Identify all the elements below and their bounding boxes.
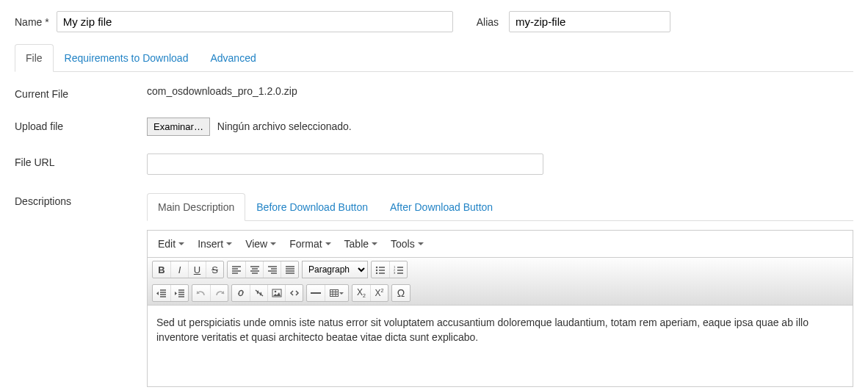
no-file-selected: Ningún archivo seleccionado. [217,120,352,132]
file-url-label: File URL [15,154,147,168]
menu-tools[interactable]: Tools [385,234,430,254]
editor-content-area[interactable]: Sed ut perspiciatis unde omnis iste natu… [148,306,853,386]
outdent-button[interactable] [153,285,170,301]
paragraph-format-select[interactable]: Paragraph [302,261,368,278]
image-button[interactable] [267,285,285,301]
bullet-list-button[interactable] [372,261,389,278]
desc-tab-main[interactable]: Main Description [147,193,245,221]
tab-advanced[interactable]: Advanced [199,44,267,72]
italic-button[interactable]: I [170,261,188,278]
chevron-down-icon [339,292,344,295]
strikethrough-button[interactable]: S [206,261,223,278]
menu-view[interactable]: View [239,234,282,254]
desc-tab-before[interactable]: Before Download Button [245,193,379,221]
chevron-down-icon [178,242,184,245]
link-button[interactable] [232,285,250,301]
desc-tab-after[interactable]: After Download Button [379,193,504,221]
superscript-button[interactable]: X2 [370,285,388,301]
align-right-icon [267,265,278,274]
bold-button[interactable]: B [153,261,170,278]
current-file-label: Current File [15,85,147,100]
upload-file-label: Upload file [15,118,147,132]
name-label: Name * [15,16,49,28]
alias-input[interactable] [509,11,670,32]
underline-icon: U [194,264,200,275]
bullet-list-icon [375,265,386,274]
menu-format-label: Format [289,238,322,250]
italic-icon: I [178,264,181,275]
menu-format[interactable]: Format [283,234,336,254]
strikethrough-icon: S [211,264,218,275]
align-left-icon [231,265,242,274]
menu-table-label: Table [344,238,369,250]
descriptions-label: Descriptions [15,192,147,207]
rich-text-editor: Edit Insert View Format Table Tools B I … [147,230,853,387]
bold-icon: B [158,264,164,275]
redo-icon [214,289,225,297]
underline-button[interactable]: U [188,261,206,278]
menu-tools-label: Tools [391,238,415,250]
superscript-icon: X2 [375,288,384,298]
description-tabs: Main Description Before Download Button … [147,192,853,221]
menu-view-label: View [245,238,267,250]
align-justify-icon [285,265,295,274]
tab-file[interactable]: File [15,44,54,72]
number-list-icon: 123 [394,265,404,274]
redo-button[interactable] [210,285,228,301]
svg-point-7 [274,291,276,293]
subscript-icon: X2 [357,287,366,298]
menu-edit[interactable]: Edit [152,234,190,254]
outdent-icon [156,289,167,297]
alias-label: Alias [477,16,499,28]
menu-edit-label: Edit [158,238,176,250]
chevron-down-icon [226,242,232,245]
table-button[interactable] [325,285,348,301]
undo-button[interactable] [192,285,210,301]
image-icon [272,289,282,297]
browse-button[interactable]: Examinar… [147,118,210,136]
menu-insert-label: Insert [198,238,223,250]
chevron-down-icon [270,242,276,245]
svg-text:3: 3 [394,271,396,274]
omega-icon: Ω [397,287,405,299]
name-input[interactable] [57,11,453,32]
indent-button[interactable] [170,285,188,301]
editor-menubar: Edit Insert View Format Table Tools [148,231,853,257]
unlink-button[interactable] [250,285,267,301]
align-right-button[interactable] [263,261,281,278]
tab-requirements[interactable]: Requirements to Download [54,44,200,72]
svg-point-2 [376,272,377,274]
number-list-button[interactable]: 123 [389,261,407,278]
undo-icon [196,289,206,297]
chevron-down-icon [418,242,424,245]
chevron-down-icon [372,242,377,245]
align-center-icon [250,265,260,274]
file-url-input[interactable] [147,154,543,175]
svg-point-0 [376,267,377,268]
link-icon [236,289,246,297]
menu-insert[interactable]: Insert [192,234,238,254]
menu-table[interactable]: Table [339,234,383,254]
align-left-button[interactable] [228,261,245,278]
horizontal-rule-icon [311,292,321,294]
main-tabs: File Requirements to Download Advanced [15,43,853,72]
align-justify-button[interactable] [281,261,298,278]
table-icon [330,289,339,297]
code-icon [289,289,300,297]
svg-rect-8 [330,290,339,297]
svg-point-1 [376,270,377,271]
editor-toolbar: B I U S Paragraph 123 [148,257,853,306]
chevron-down-icon [325,242,331,245]
hr-button[interactable] [307,285,325,301]
align-center-button[interactable] [245,261,263,278]
current-file-value: com_osdownloads_pro_1.2.0.zip [147,85,853,97]
special-char-button[interactable]: Ω [392,285,410,301]
subscript-button[interactable]: X2 [352,285,370,301]
indent-icon [175,289,185,297]
unlink-icon [254,289,264,297]
code-button[interactable] [285,285,303,301]
